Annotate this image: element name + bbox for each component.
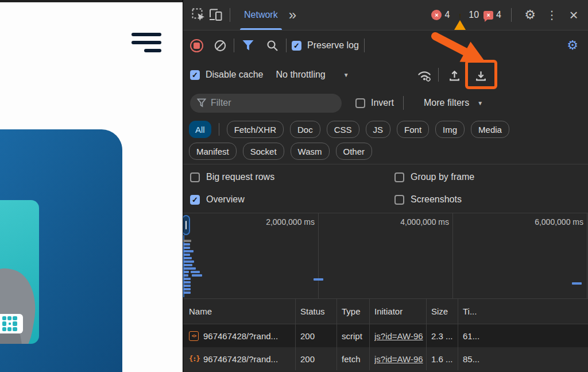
more-filters-dropdown[interactable]: More filters ▼ [424, 98, 483, 108]
error-badge[interactable]: × 4 [431, 10, 450, 20]
overview-request-bar [314, 278, 323, 281]
inspect-element-icon[interactable] [190, 6, 207, 24]
divider [403, 96, 404, 110]
big-request-rows-checkbox[interactable] [190, 172, 200, 182]
network-options: Big request rowsGroup by frame✓OverviewS… [183, 164, 588, 213]
overview-request-bar [183, 267, 196, 270]
settings-gear-icon[interactable]: ⚙ [521, 6, 539, 24]
hamburger-menu-icon[interactable] [131, 33, 161, 52]
filter-chip-other[interactable]: Other [336, 143, 373, 160]
filter-chip-css[interactable]: CSS [327, 121, 359, 138]
network-settings-gear-icon[interactable]: ⚙ [564, 37, 581, 54]
cell-name[interactable]: <>967467428/?rand... [183, 324, 296, 347]
filter-chip-media[interactable]: Media [471, 121, 509, 138]
preserve-log-checkbox[interactable]: ✓ [292, 41, 301, 51]
option-label: Overview [206, 194, 245, 205]
filter-chip-fetch-xhr[interactable]: Fetch/XHR [227, 121, 284, 138]
overflow-menu-icon[interactable]: ⋮ [543, 6, 560, 24]
search-icon[interactable] [264, 37, 281, 54]
record-network-log-button[interactable] [190, 39, 203, 52]
device-toolbar-icon[interactable] [207, 6, 225, 24]
close-devtools-icon[interactable]: × [565, 6, 582, 24]
network-toolbar-conditions: ✓ Disable cache No throttling ▼ [183, 60, 588, 89]
throttling-caret-icon[interactable]: ▼ [343, 72, 349, 78]
cell-status: 200 [296, 324, 337, 347]
request-table-body: <>967467428/?rand...200scriptjs?id=AW-96… [183, 324, 588, 370]
filter-toggle-icon[interactable] [239, 37, 257, 54]
column-header-size[interactable]: Size [427, 299, 458, 324]
export-har-button[interactable] [473, 66, 490, 83]
overview-request-bar [183, 247, 190, 249]
initiator-link[interactable]: js?id=AW-96 [374, 331, 423, 341]
throttling-dropdown[interactable]: No throttling [276, 70, 326, 80]
overview-request-bar [192, 274, 202, 277]
overview-request-bar [183, 278, 191, 280]
invert-checkbox[interactable] [355, 98, 365, 108]
disable-cache-checkbox[interactable]: ✓ [190, 70, 200, 80]
console-badges: × 4 ! 10 × 4 ⚙ ⋮ × [431, 6, 582, 24]
divider [364, 39, 365, 52]
request-name: 967467428/?rand... [203, 354, 278, 364]
column-header-initiator[interactable]: Initiator [370, 299, 427, 324]
option-screenshots[interactable]: Screenshots [394, 194, 588, 205]
table-row[interactable]: {:}967467428/?rand...200fetchjs?id=AW-96… [183, 347, 588, 370]
divider [234, 39, 234, 52]
warning-count: 10 [469, 10, 479, 20]
divider [219, 123, 219, 136]
column-header-time[interactable]: Ti... [458, 299, 588, 324]
overview-window-handle[interactable] [183, 215, 190, 235]
filter-row: Invert More filters ▼ [183, 89, 588, 117]
group-by-frame-checkbox[interactable] [394, 172, 404, 182]
active-tab-underline [240, 28, 282, 30]
chip-row-2: ManifestSocketWasmOther [189, 143, 588, 160]
cell-name[interactable]: {:}967467428/?rand... [183, 347, 296, 370]
cell-initiator[interactable]: js?id=AW-96 [370, 347, 427, 370]
column-header-name[interactable]: Name [183, 299, 296, 324]
overview-request-bar [183, 281, 191, 283]
filter-chip-font[interactable]: Font [397, 121, 429, 138]
option-big-request-rows[interactable]: Big request rows [190, 172, 394, 182]
option-group-by-frame[interactable]: Group by frame [394, 172, 588, 182]
tab-network[interactable]: Network [239, 0, 283, 30]
filter-chip-all[interactable]: All [189, 121, 211, 138]
cell-time-value: 61... [463, 331, 479, 341]
overview-checkbox[interactable]: ✓ [190, 195, 200, 205]
more-tabs-icon[interactable]: » [289, 7, 296, 23]
filter-chip-doc[interactable]: Doc [290, 121, 320, 138]
option-overview[interactable]: ✓Overview [190, 194, 394, 205]
overview-timeline[interactable]: 2,000,000 ms4,000,000 ms6,000,000 ms [183, 213, 588, 299]
issues-badge[interactable]: × 4 [483, 10, 501, 20]
network-toolbar-main: ✓ Preserve log ⚙ [183, 30, 588, 60]
chip-row-1: AllFetch/XHRDocCSSJSFontImgMedia [189, 121, 588, 138]
filter-chip-wasm[interactable]: Wasm [291, 143, 330, 160]
cell-size-value: 2.3 ... [431, 331, 453, 341]
cell-status-value: 200 [300, 354, 315, 364]
divider [286, 39, 287, 52]
brand-grid-logo-icon [2, 316, 17, 331]
initiator-link[interactable]: js?id=AW-96 [374, 354, 423, 364]
table-row[interactable]: <>967467428/?rand...200scriptjs?id=AW-96… [183, 324, 588, 347]
column-header-type[interactable]: Type [337, 299, 370, 324]
filter-chip-js[interactable]: JS [366, 121, 391, 138]
filter-chip-socket[interactable]: Socket [243, 143, 284, 160]
divider [438, 68, 439, 82]
network-conditions-icon[interactable] [416, 66, 433, 83]
overview-request-bar [183, 240, 191, 242]
more-filters-caret-icon: ▼ [477, 100, 483, 106]
import-har-button[interactable] [446, 66, 463, 83]
cell-time: 61... [458, 324, 588, 347]
screenshots-checkbox[interactable] [394, 195, 404, 205]
timeline-tick-label: 4,000,000 ms [400, 217, 449, 227]
issues-icon: × [483, 11, 493, 20]
divider [230, 8, 230, 22]
filter-chip-manifest[interactable]: Manifest [189, 143, 237, 160]
filter-chip-img[interactable]: Img [435, 121, 465, 138]
clear-network-log-icon[interactable] [211, 37, 229, 54]
disable-cache-label: Disable cache [206, 70, 264, 80]
cell-status-value: 200 [300, 331, 315, 341]
filter-input-pill[interactable] [190, 94, 342, 113]
cell-initiator[interactable]: js?id=AW-96 [370, 324, 427, 347]
filter-input[interactable] [211, 98, 335, 108]
column-header-status[interactable]: Status [296, 299, 337, 324]
warning-badge[interactable]: ! 10 [454, 10, 479, 20]
